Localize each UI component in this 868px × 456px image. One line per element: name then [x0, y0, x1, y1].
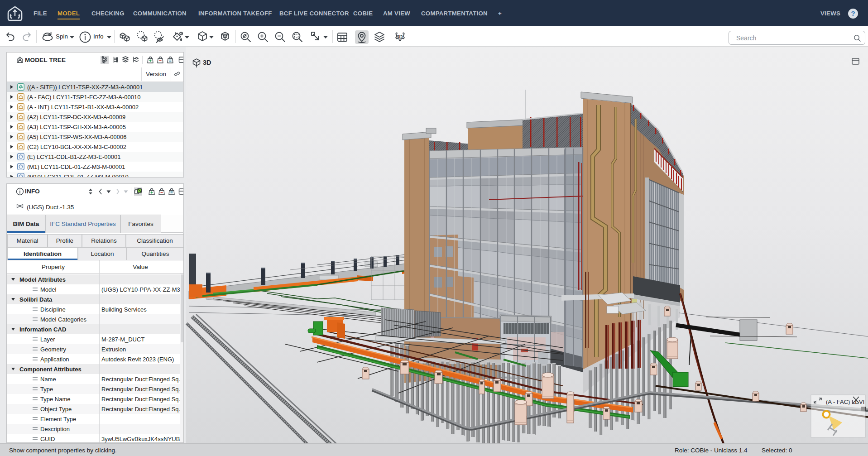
svg-text:?: ?: [851, 10, 855, 17]
svg-text:3D: 3D: [396, 34, 403, 39]
svg-text:3D: 3D: [203, 59, 211, 66]
svg-text:(A - FAC) LEVI: (A - FAC) LEVI: [826, 398, 864, 405]
